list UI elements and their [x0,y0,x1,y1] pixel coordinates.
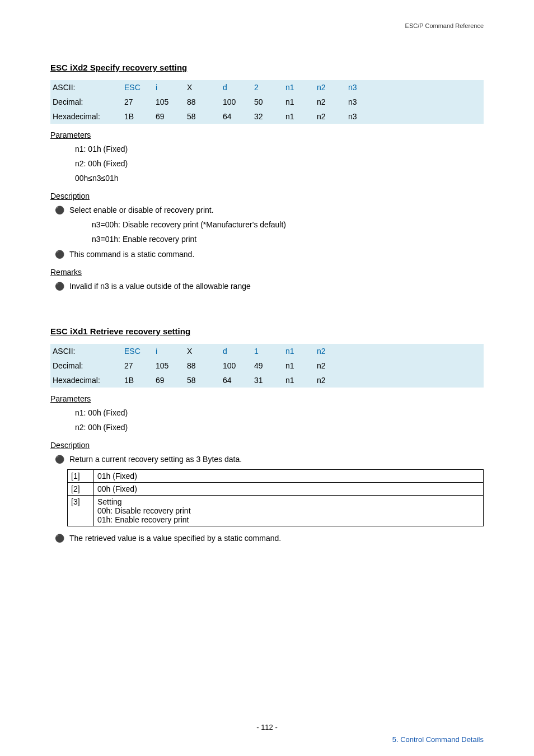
section1-code-table: ASCII: ESC i X d 2 n1 n2 n3 Decimal: 27 … [50,80,484,124]
idx-cell: [3] [68,496,94,526]
cell: 64 [221,109,252,124]
cell: 1B [122,109,153,124]
param-line: n2: 00h (Fixed) [50,157,484,170]
code-row-decimal: Decimal: 27 105 88 100 49 n1 n2 [50,358,484,373]
filler-cell [346,373,484,388]
bullet-icon: ⚫ [50,248,69,261]
code-row-ascii: ASCII: ESC i X d 1 n1 n2 [50,344,484,358]
cell: ESC [122,344,153,358]
cell: n2 [315,344,346,358]
cell: 27 [122,95,153,109]
val-cell: Setting 00h: Disable recovery print 01h:… [94,496,484,526]
cell: 58 [185,109,221,124]
cell: n2 [315,80,346,95]
code-row-ascii: ASCII: ESC i X d 2 n1 n2 n3 [50,80,484,95]
filler-cell [346,358,484,373]
page-number: - 112 - [50,723,484,731]
bullet-item: ⚫ This command is a static command. [50,248,484,261]
cell: 50 [252,95,283,109]
cell: 69 [153,109,185,124]
table-row: [3] Setting 00h: Disable recovery print … [68,496,484,526]
section2-title: ESC iXd1 Retrieve recovery setting [50,326,484,336]
cell: n3 [346,95,377,109]
cell: 64 [221,373,252,388]
cell: n1 [283,80,315,95]
filler-cell [346,344,484,358]
cell: 88 [185,95,221,109]
bullet-item: ⚫ The retrieved value is a value specifi… [50,532,484,545]
bullet-item: ⚫ Return a current recovery setting as 3… [50,453,484,466]
idx-cell: [2] [68,483,94,496]
param-line: n1: 00h (Fixed) [50,407,484,419]
bullet-text: This command is a static command. [69,248,194,261]
bullet-icon: ⚫ [50,532,69,545]
cell: 88 [185,358,221,373]
cell: 1 [252,344,283,358]
filler-cell [377,109,484,124]
bullet-item: ⚫ Invalid if n3 is a value outside of th… [50,280,484,293]
row-label: ASCII: [50,80,122,95]
desc-subline: n3=01h: Enable recovery print [75,233,484,246]
bullet-text: The retrieved value is a value specified… [69,532,281,545]
cell: n1 [283,344,315,358]
bullet-text: Select enable or disable of recovery pri… [69,204,214,217]
remarks-heading: Remarks [50,268,484,277]
section2-code-table: ASCII: ESC i X d 1 n1 n2 Decimal: 27 105… [50,344,484,388]
cell: n3 [346,109,377,124]
row-label: Decimal: [50,95,122,109]
cell: ESC [122,80,153,95]
bullet-text: Return a current recovery setting as 3 B… [69,453,242,466]
description-heading: Description [50,192,484,200]
header-right: ESC/P Command Reference [405,22,484,29]
bullet-text: Invalid if n3 is a value outside of the … [69,280,251,293]
cell: 100 [221,95,252,109]
code-row-decimal: Decimal: 27 105 88 100 50 n1 n2 n3 [50,95,484,109]
cell: 49 [252,358,283,373]
bytes-table: [1] 01h (Fixed) [2] 00h (Fixed) [3] Sett… [67,469,484,526]
filler-cell [377,80,484,95]
footer-section-label: 5. Control Command Details [392,735,484,744]
param-line: n1: 01h (Fixed) [50,143,484,156]
cell: 105 [153,358,185,373]
cell: 31 [252,373,283,388]
param-line: 00h≤n3≤01h [50,172,484,185]
cell: n1 [283,358,315,373]
desc-subline: n3=00h: Disable recovery print (*Manufac… [75,218,484,231]
cell: 100 [221,358,252,373]
cell: n3 [346,80,377,95]
table-row: [2] 00h (Fixed) [68,483,484,496]
cell: i [153,344,185,358]
cell: 1B [122,373,153,388]
cell: 32 [252,109,283,124]
cell: n2 [315,358,346,373]
cell: X [185,344,221,358]
row-label: Decimal: [50,358,122,373]
table-row: [1] 01h (Fixed) [68,470,484,483]
cell: i [153,80,185,95]
parameters-heading: Parameters [50,130,484,139]
cell: 27 [122,358,153,373]
bullet-item: ⚫ Select enable or disable of recovery p… [50,204,484,217]
row-label: ASCII: [50,344,122,358]
cell: n1 [283,109,315,124]
cell: n1 [283,373,315,388]
bullet-icon: ⚫ [50,453,69,466]
cell: n2 [315,373,346,388]
cell: 2 [252,80,283,95]
filler-cell [377,95,484,109]
bullet-icon: ⚫ [50,280,69,293]
val-cell: 00h (Fixed) [94,483,484,496]
row-label: Hexadecimal: [50,373,122,388]
val-cell: 01h (Fixed) [94,470,484,483]
cell: 105 [153,95,185,109]
cell: n1 [283,95,315,109]
description-heading: Description [50,441,484,450]
cell: 58 [185,373,221,388]
idx-cell: [1] [68,470,94,483]
param-line: n2: 00h (Fixed) [50,421,484,434]
cell: X [185,80,221,95]
row-label: Hexadecimal: [50,109,122,124]
code-row-hex: Hexadecimal: 1B 69 58 64 31 n1 n2 [50,373,484,388]
cell: d [221,80,252,95]
cell: 69 [153,373,185,388]
